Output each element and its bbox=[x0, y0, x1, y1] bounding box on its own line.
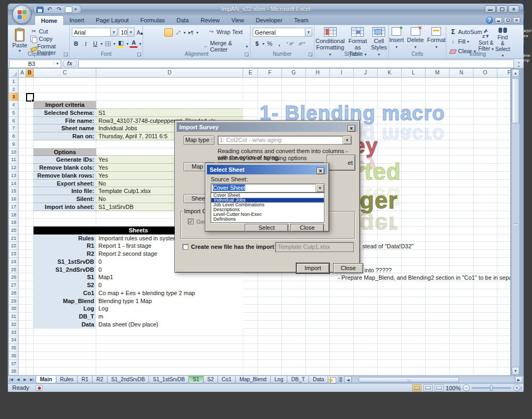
number-dialog-launcher-icon[interactable] bbox=[309, 53, 313, 57]
cell-C32[interactable]: Data bbox=[34, 321, 96, 329]
page-break-view-icon[interactable] bbox=[435, 384, 444, 391]
cell-D31[interactable]: m bbox=[96, 313, 243, 321]
cell-C24[interactable]: S1_1stSrvDB bbox=[34, 258, 96, 266]
row-header-27[interactable]: 27 bbox=[9, 281, 19, 289]
cell-C22[interactable]: R1 bbox=[34, 242, 96, 250]
resize-grip[interactable] bbox=[517, 385, 523, 391]
vertical-split-handle[interactable] bbox=[513, 223, 518, 225]
bold-button[interactable]: B bbox=[72, 39, 80, 48]
selected-cell-b3[interactable] bbox=[26, 93, 34, 102]
font-color-button[interactable]: A bbox=[129, 39, 138, 48]
tab-split-handle[interactable] bbox=[339, 377, 342, 382]
cell-D32[interactable]: Data sheet (Dev place) bbox=[96, 321, 243, 329]
increase-indent-button[interactable] bbox=[184, 39, 192, 48]
last-sheet-icon[interactable]: ▶| bbox=[29, 376, 36, 383]
page-layout-view-icon[interactable] bbox=[423, 384, 433, 391]
create-new-file-field[interactable]: Template Culp1.xlsx bbox=[275, 242, 354, 252]
column-header-E[interactable]: E bbox=[243, 69, 258, 78]
row-header-19[interactable]: 19 bbox=[9, 219, 19, 227]
zoom-out-icon[interactable]: − bbox=[463, 384, 470, 391]
tab-review[interactable]: Review bbox=[195, 15, 226, 25]
row-header-13[interactable]: 13 bbox=[9, 172, 19, 180]
sheet-tab-map_blend[interactable]: Map_Blend bbox=[235, 376, 271, 383]
vertical-scroll-thumb[interactable] bbox=[512, 78, 519, 123]
cell-D28[interactable]: Co map + Ees + blending type 2 map bbox=[96, 289, 243, 297]
row-header-26[interactable]: 26 bbox=[9, 273, 19, 281]
cell-C16[interactable]: Silent: bbox=[34, 195, 96, 203]
help-icon[interactable]: ? bbox=[486, 16, 493, 24]
row-header-35[interactable]: 35 bbox=[9, 344, 19, 352]
column-header-C[interactable]: C bbox=[34, 69, 96, 78]
source-sheet-dropdown-icon[interactable]: ▼ bbox=[315, 184, 324, 192]
cell-C8[interactable]: Ran on: bbox=[34, 132, 96, 140]
cell-D30[interactable]: Log bbox=[96, 305, 243, 313]
create-new-file-checkbox[interactable] bbox=[182, 244, 188, 250]
row-header-3[interactable]: 3 bbox=[9, 93, 19, 101]
font-name-combo[interactable]: Arial▼ bbox=[72, 28, 118, 37]
tab-page-layout[interactable]: Page Layout bbox=[90, 15, 135, 25]
tab-view[interactable]: View bbox=[226, 15, 250, 25]
cell-C13[interactable]: Remove blank rows: bbox=[34, 172, 96, 180]
row-header-36[interactable]: 36 bbox=[9, 352, 19, 360]
generate-checkbox[interactable]: ✓ bbox=[188, 219, 194, 224]
name-box-dropdown-icon[interactable]: ▼ bbox=[54, 62, 61, 65]
column-header-A[interactable]: A bbox=[19, 69, 26, 78]
row-header-1[interactable]: 1 bbox=[9, 78, 19, 86]
row-header-37[interactable]: 37 bbox=[9, 360, 19, 368]
row-header-33[interactable]: 33 bbox=[9, 329, 19, 337]
row-header-32[interactable]: 32 bbox=[9, 321, 19, 329]
zoom-slider[interactable] bbox=[472, 387, 511, 389]
column-header-B[interactable]: B bbox=[26, 69, 34, 78]
map-sheet-button[interactable]: et bbox=[327, 155, 355, 171]
vertical-scrollbar[interactable]: ▲ ▼ bbox=[511, 69, 520, 375]
sheet-tab-r2[interactable]: R2 bbox=[92, 376, 107, 383]
row-header-20[interactable]: 20 bbox=[9, 227, 19, 234]
cell-C29[interactable]: Map_Blend bbox=[34, 297, 96, 305]
font-size-combo[interactable]: 10▼ bbox=[119, 28, 135, 37]
column-header-G[interactable]: G bbox=[282, 69, 306, 78]
format-as-table-button[interactable]: Formatas Table ▾ bbox=[347, 26, 369, 51]
fill-color-button[interactable]: ◧ bbox=[117, 39, 125, 48]
insert-worksheet-tab[interactable] bbox=[328, 376, 338, 383]
borders-button[interactable] bbox=[104, 39, 112, 48]
clipboard-dialog-launcher-icon[interactable] bbox=[64, 53, 68, 57]
cell-D29[interactable]: Blending type 1 Map bbox=[96, 297, 243, 305]
tab-data[interactable]: Data bbox=[171, 15, 195, 25]
row-header-4[interactable]: 4 bbox=[9, 101, 19, 109]
column-header-I[interactable]: I bbox=[330, 69, 354, 78]
workbook-minimize-button[interactable] bbox=[495, 17, 502, 23]
cell-C6[interactable]: File name: bbox=[34, 117, 96, 125]
cell-C26[interactable]: S1 bbox=[34, 273, 96, 281]
accounting-format-button[interactable]: $ bbox=[253, 39, 261, 48]
sort-filter-button[interactable]: AZ▼ Sort &Filter ▾ bbox=[478, 26, 494, 52]
select-sheet-close-button[interactable]: Close bbox=[290, 224, 324, 232]
cell-C21[interactable]: Rules bbox=[34, 234, 96, 242]
prev-sheet-icon[interactable]: ◀ bbox=[15, 376, 22, 383]
office-button[interactable] bbox=[12, 5, 31, 24]
row-header-24[interactable]: 24 bbox=[9, 258, 19, 266]
row-header-16[interactable]: 16 bbox=[9, 195, 19, 203]
row-header-7[interactable]: 7 bbox=[9, 124, 19, 132]
italic-button[interactable]: I bbox=[81, 39, 90, 48]
select-sheet-close-icon[interactable]: × bbox=[317, 167, 325, 174]
top-align-button[interactable] bbox=[145, 28, 154, 37]
row-header-2[interactable]: 2 bbox=[9, 86, 19, 94]
row-header-30[interactable]: 30 bbox=[9, 305, 19, 313]
column-header-P[interactable]: P bbox=[497, 69, 510, 78]
row-header-38[interactable]: 38 bbox=[9, 367, 19, 375]
row-header-22[interactable]: 22 bbox=[9, 242, 19, 250]
delete-cells-button[interactable]: Delete▾ bbox=[407, 26, 424, 51]
decrease-decimal-button[interactable]: .0⁰⁺ bbox=[296, 39, 307, 48]
cell-C12[interactable]: Remove blank cols: bbox=[34, 164, 96, 172]
align-left-button[interactable] bbox=[145, 39, 154, 48]
row-header-14[interactable]: 14 bbox=[9, 180, 19, 188]
copy-button[interactable]: Copy bbox=[29, 35, 68, 43]
column-header-D[interactable]: D bbox=[96, 69, 243, 78]
sheet-tab-rules[interactable]: Rules bbox=[56, 376, 78, 383]
row-header-28[interactable]: 28 bbox=[9, 289, 19, 297]
align-center-button[interactable] bbox=[155, 39, 163, 48]
row-header-12[interactable]: 12 bbox=[9, 164, 19, 172]
source-sheet-combo[interactable]: Cover Sheet ▼ bbox=[211, 183, 325, 192]
tab-formulas[interactable]: Formulas bbox=[135, 15, 171, 25]
import-survey-close-icon[interactable]: × bbox=[347, 125, 355, 132]
